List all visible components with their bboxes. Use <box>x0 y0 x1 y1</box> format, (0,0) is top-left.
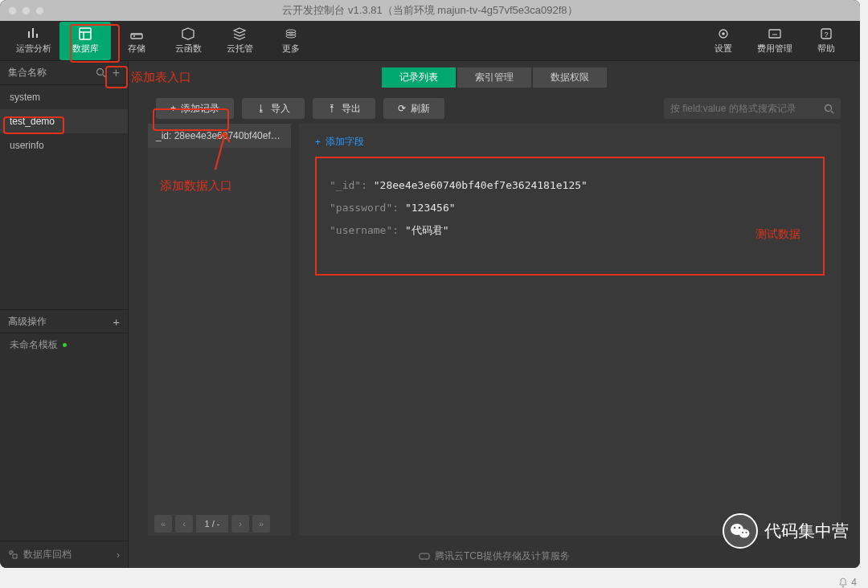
wechat-badge: 代码集中营 <box>723 513 849 549</box>
wechat-icon <box>723 513 758 549</box>
svg-point-18 <box>746 532 747 533</box>
add-advanced-icon[interactable]: + <box>113 315 120 329</box>
refresh-button[interactable]: ⟳刷新 <box>383 98 444 119</box>
tool-more[interactable]: 更多 <box>265 22 317 60</box>
tool-billing[interactable]: 费用管理 <box>749 22 800 60</box>
svg-point-6 <box>722 32 725 35</box>
left-sidebar: 集合名称 + system test_demo userinfo 高级操作 + … <box>0 61 129 568</box>
add-record-button[interactable]: +添加记录 <box>156 98 234 119</box>
tool-settings[interactable]: 设置 <box>698 22 749 60</box>
svg-rect-7 <box>769 30 780 38</box>
search-icon[interactable] <box>824 104 834 114</box>
tool-analytics[interactable]: 运营分析 <box>8 22 59 60</box>
import-button[interactable]: ⭳导入 <box>242 98 305 119</box>
record-item[interactable]: _id: 28ee4e3e60740bf40ef7e36... <box>148 124 291 148</box>
advanced-label: 高级操作 <box>8 315 47 329</box>
pager-next[interactable]: › <box>231 515 249 533</box>
analytics-icon <box>27 27 41 40</box>
tool-hosting[interactable]: 云托管 <box>214 22 265 60</box>
window-title: 云开发控制台 v1.3.81（当前环境 majun-tv-4g57vf5e3ca… <box>282 3 577 18</box>
tool-database[interactable]: 数据库 <box>59 22 111 60</box>
export-icon: ⭱ <box>327 103 337 114</box>
main-panel: 记录列表 索引管理 数据权限 +添加记录 ⭳导入 ⭱导出 ⟳刷新 _id: 28… <box>129 61 860 568</box>
svg-point-15 <box>734 527 735 529</box>
sidebar-item-userinfo[interactable]: userinfo <box>0 133 128 157</box>
rollback-icon <box>8 549 18 560</box>
svg-point-10 <box>96 69 103 76</box>
minimize-icon[interactable] <box>22 6 31 15</box>
tab-permissions[interactable]: 数据权限 <box>533 67 607 88</box>
notification-bell[interactable]: 4 <box>838 577 857 588</box>
content-tabs: 记录列表 索引管理 数据权限 <box>382 67 607 88</box>
more-icon <box>284 27 298 40</box>
database-icon <box>78 27 92 40</box>
storage-icon <box>129 27 144 40</box>
svg-point-16 <box>739 527 740 529</box>
pager-text: 1 / - <box>196 515 228 533</box>
window-controls[interactable] <box>8 6 44 15</box>
chevron-right-icon: › <box>117 549 120 561</box>
svg-point-14 <box>739 529 750 538</box>
pager: « ‹ 1 / - › » <box>148 512 291 536</box>
help-icon: ? <box>819 27 833 40</box>
plus-icon: + <box>315 137 321 148</box>
titlebar: 云开发控制台 v1.3.81（当前环境 majun-tv-4g57vf5e3ca… <box>0 0 860 21</box>
pager-prev[interactable]: ‹ <box>175 515 193 533</box>
close-icon[interactable] <box>8 6 17 15</box>
search-icon[interactable] <box>96 67 106 78</box>
add-field-link[interactable]: + 添加字段 <box>315 132 825 157</box>
tool-functions[interactable]: 云函数 <box>162 22 214 60</box>
svg-rect-12 <box>420 553 429 559</box>
tool-storage[interactable]: 存储 <box>111 22 162 60</box>
app-window: 云开发控制台 v1.3.81（当前环境 majun-tv-4g57vf5e3ca… <box>0 0 860 568</box>
maximize-icon[interactable] <box>35 6 44 15</box>
sidebar-item-test-demo[interactable]: test_demo <box>0 109 128 133</box>
export-button[interactable]: ⭱导出 <box>313 98 375 119</box>
tool-help[interactable]: ? 帮助 <box>800 22 852 60</box>
bell-icon <box>838 578 848 588</box>
sidebar-title: 集合名称 <box>8 66 47 80</box>
import-icon: ⭳ <box>256 103 266 114</box>
cloud-icon <box>419 551 430 561</box>
svg-rect-0 <box>80 28 91 39</box>
gear-icon <box>716 27 731 40</box>
pager-last[interactable]: » <box>252 515 270 533</box>
refresh-icon: ⟳ <box>398 103 406 114</box>
record-detail: + 添加字段 "_id": "28ee4e3e60740bf40ef7e3624… <box>299 124 841 536</box>
sidebar-item-system[interactable]: system <box>0 85 128 109</box>
functions-icon <box>181 27 195 40</box>
svg-point-11 <box>825 104 832 111</box>
billing-icon <box>768 27 782 40</box>
pager-first[interactable]: « <box>154 515 172 533</box>
records-list: _id: 28ee4e3e60740bf40ef7e36... « ‹ 1 / … <box>148 124 291 536</box>
db-rollback[interactable]: 数据库回档 › <box>0 541 128 568</box>
svg-point-17 <box>742 532 743 533</box>
top-toolbar: 运营分析 数据库 存储 云函数 云托管 更多 设置 <box>0 21 860 61</box>
plus-icon: + <box>170 103 176 114</box>
status-dot-icon <box>63 343 67 347</box>
hosting-icon <box>232 27 247 40</box>
unnamed-template[interactable]: 未命名模板 <box>0 333 128 356</box>
svg-text:?: ? <box>824 31 828 39</box>
tab-records[interactable]: 记录列表 <box>382 67 456 88</box>
tab-indexes[interactable]: 索引管理 <box>457 67 531 88</box>
search-input[interactable] <box>670 103 824 114</box>
add-collection-icon[interactable]: + <box>113 67 120 80</box>
search-box[interactable] <box>664 98 841 119</box>
document-json: "_id": "28ee4e3e60740bf40ef7e3624181e125… <box>315 157 825 276</box>
anno-test-data: 测试数据 <box>755 223 800 245</box>
